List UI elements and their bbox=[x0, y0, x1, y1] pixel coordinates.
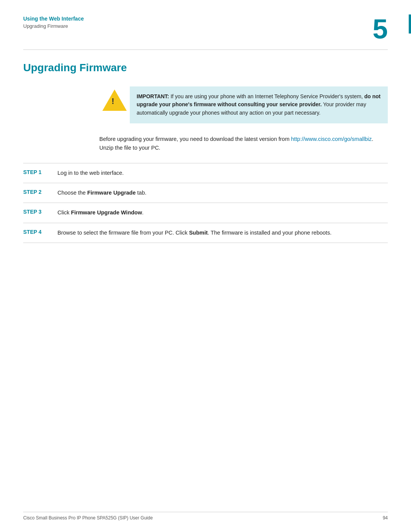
step-row-2: STEP 2 Choose the Firmware Upgrade tab. bbox=[23, 183, 388, 203]
step-label-2: STEP 2 bbox=[23, 189, 57, 195]
intro-paragraph: Before upgrading your firmware, you need… bbox=[99, 135, 388, 152]
main-content: Upgrading Firmware IMPORTANT: If you are… bbox=[0, 50, 411, 243]
step-row-4: STEP 4 Browse to select the firmware fil… bbox=[23, 223, 388, 243]
step-label-3: STEP 3 bbox=[23, 208, 57, 215]
chapter-label: Using the Web Interface bbox=[23, 15, 84, 23]
chapter-number-wrap: 5 bbox=[373, 15, 388, 43]
chapter-sub: Upgrading Firmware bbox=[23, 23, 84, 30]
step-content-3: Click Firmware Upgrade Window. bbox=[57, 208, 388, 217]
step4-bold: Submit bbox=[189, 230, 208, 236]
warning-icon-wrap bbox=[99, 86, 130, 111]
warning-section: IMPORTANT: If you are using your phone w… bbox=[99, 86, 388, 123]
step-row-1: STEP 1 Log in to the web interface. bbox=[23, 163, 388, 183]
header-accent-bar bbox=[409, 14, 411, 34]
step-content-1: Log in to the web interface. bbox=[57, 169, 388, 177]
intro-text-before: Before upgrading your firmware, you need… bbox=[99, 136, 291, 142]
warning-text-1: If you are using your phone with an Inte… bbox=[169, 93, 364, 99]
intro-link[interactable]: http://www.cisco.com/go/smallbiz bbox=[291, 136, 372, 142]
important-label: IMPORTANT: bbox=[137, 93, 169, 99]
header-left: Using the Web Interface Upgrading Firmwa… bbox=[23, 15, 84, 30]
step-content-2: Choose the Firmware Upgrade tab. bbox=[57, 189, 388, 197]
step2-bold: Firmware Upgrade bbox=[87, 190, 135, 196]
step3-bold: Firmware Upgrade Window bbox=[71, 209, 142, 216]
footer-left: Cisco Small Business Pro IP Phone SPA525… bbox=[23, 515, 153, 521]
chapter-number: 5 bbox=[373, 14, 388, 44]
page-header: Using the Web Interface Upgrading Firmwa… bbox=[0, 0, 411, 43]
steps-section: STEP 1 Log in to the web interface. STEP… bbox=[23, 163, 388, 243]
step-label-4: STEP 4 bbox=[23, 228, 57, 235]
step-row-3: STEP 3 Click Firmware Upgrade Window. bbox=[23, 203, 388, 223]
page-footer: Cisco Small Business Pro IP Phone SPA525… bbox=[23, 512, 388, 521]
footer-right: 94 bbox=[383, 515, 388, 521]
step-content-4: Browse to select the firmware file from … bbox=[57, 228, 388, 237]
warning-triangle-icon bbox=[102, 89, 127, 111]
page-title: Upgrading Firmware bbox=[23, 61, 388, 74]
step-label-1: STEP 1 bbox=[23, 169, 57, 175]
warning-box: IMPORTANT: If you are using your phone w… bbox=[130, 86, 388, 123]
